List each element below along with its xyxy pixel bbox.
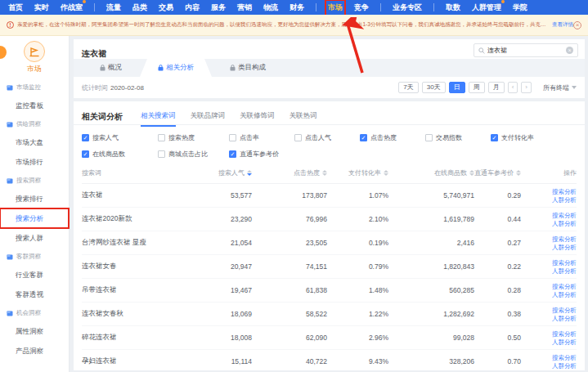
nav-item-service[interactable]: 服务 [211,2,226,13]
nav-item-data-extract[interactable]: 取数 [446,2,460,13]
keyword-cell: 孕妇连衣裙 [82,356,196,366]
table-row: 吊带连衣裙 19,467 61,838 1.48% 560,285 0.28 搜… [82,279,577,303]
search-analysis-link[interactable]: 搜索分析 [552,212,577,219]
nav-item-category[interactable]: 品类 [132,2,147,13]
crowd-analysis-link[interactable]: 人群分析 [552,267,577,275]
sidebar-group-crowd-insight[interactable]: 客群洞察 [0,248,69,265]
col-header-click-heat[interactable]: 点击热度 [252,168,327,177]
nav-item-competition[interactable]: 竞争 [354,2,369,13]
search-analysis-link[interactable]: 搜索分析 [552,235,577,243]
crowd-analysis-link[interactable]: 人群分析 [552,244,577,251]
col-header-ztc-price[interactable]: 直通车参考价 [474,168,521,177]
nav-item-marketing[interactable]: 营销 [237,2,252,13]
crowd-analysis-link[interactable]: 人群分析 [552,362,577,370]
sidebar-item-search-ranking[interactable]: 搜索排行 [0,189,69,208]
nav-item-finance[interactable]: 财务 [290,2,304,13]
clear-input-icon[interactable]: × [566,47,573,54]
nav-item-content[interactable]: 内容 [185,2,200,13]
folder-icon [7,121,13,128]
col-header-online-products[interactable]: 在线商品数 [388,168,474,177]
filter-click-heat[interactable]: ✓点击热度 [360,133,425,142]
lock-icon [230,65,236,71]
keyword-search-input[interactable] [487,47,566,54]
col-header-search-popularity[interactable]: 搜索人气 [196,168,252,177]
crowd-analysis-link[interactable]: 人群分析 [552,196,577,204]
sidebar-group-market-monitor[interactable]: 市场监控 [0,78,69,96]
tab-related-analysis[interactable]: 相关分析 [140,59,212,77]
search-analysis-link[interactable]: 搜索分析 [552,283,577,290]
ztc-price-cell: 0.70 [474,357,521,365]
nav-item-realtime[interactable]: 实时 [34,2,49,13]
search-analysis-link[interactable]: 搜索分析 [552,354,577,361]
nav-item-market[interactable]: 市场 [328,2,343,13]
sidebar-group-search-insight[interactable]: 搜索洞察 [0,172,69,189]
next-date-button[interactable]: › [521,82,532,93]
date-range-7d-button[interactable]: 7天 [398,82,418,93]
filter-online-products[interactable]: ✓在线商品数 [82,150,158,159]
search-analysis-link[interactable]: 搜索分析 [552,259,577,267]
nav-item-traffic[interactable]: 流量 [106,2,121,13]
crowd-analysis-link[interactable]: 人群分析 [552,338,577,346]
nav-item-business-zone[interactable]: 业务专区 [393,2,422,13]
date-range-week-button[interactable]: 周 [469,82,485,93]
sidebar-item-product-insight[interactable]: 产品洞察 [0,341,69,361]
table-row: 孕妇连衣裙 15,114 40,722 9.43% 328,206 0.70 搜… [82,350,577,372]
checkbox-icon: ✓ [360,134,367,141]
crowd-analysis-link[interactable]: 人群分析 [552,315,577,322]
filter-mall-click-ratio[interactable]: ✓商城点击占比 [158,150,229,159]
sidebar-item-market-overview[interactable]: 市场大盘 [0,132,69,152]
nav-item-war-room[interactable]: 作战室 [61,2,83,13]
table-row: 连衣裙女春 20,947 74,151 0.79% 1,820,843 0.22… [82,255,577,279]
table-row: 碎花连衣裙 18,008 62,090 2.96% 99,028 0.50 搜索… [82,326,577,350]
search-analysis-link[interactable]: 搜索分析 [552,307,577,314]
prev-date-button[interactable]: ‹ [508,82,518,93]
payment-conversion-cell: 1.07% [327,191,388,199]
main-content: 连衣裙 × 概况 相关分析 类目构成 统计时间2020-02-08 [70,36,588,372]
filter-payment-conversion[interactable]: ✓支付转化率 [491,133,577,142]
filter-ztc-reference-price[interactable]: ✓直通车参考价 [229,150,294,159]
payment-conversion-cell: 1.22% [327,310,388,318]
crowd-analysis-link[interactable]: 人群分析 [552,291,577,298]
tab-related-search-words[interactable]: 相关搜索词 [141,111,176,127]
nav-item-logistics[interactable]: 物流 [263,2,278,13]
filter-click-popularity[interactable]: ✓点击人气 [294,133,360,142]
tab-overview[interactable]: 概况 [82,59,140,77]
sidebar-item-search-crowd[interactable]: 搜索人群 [0,228,69,248]
tab-category-composition[interactable]: 类目构成 [212,59,284,77]
sidebar-item-monitor-board[interactable]: 监控看板 [0,96,69,115]
sidebar-item-market-ranking[interactable]: 市场排行 [0,152,69,172]
nav-item-crowd-management[interactable]: 人群管理 [472,2,501,13]
col-header-keyword[interactable]: 搜索词 [82,168,196,177]
nav-item-academy[interactable]: 学院 [513,2,527,13]
ztc-price-cell: 0.44 [474,215,521,223]
date-range-day-button[interactable]: 日 [449,82,465,93]
filter-click-rate[interactable]: ✓点击率 [229,133,294,142]
date-range-month-button[interactable]: 月 [488,82,505,93]
sidebar-item-industry-crowd[interactable]: 行业客群 [0,265,69,285]
search-analysis-link[interactable]: 搜索分析 [552,330,577,338]
sidebar-group-opportunity-insight[interactable]: 机会洞察 [0,304,69,321]
filter-search-popularity[interactable]: ✓搜索人气 [82,133,158,142]
notice-detail-link[interactable]: 查看详情 [552,21,573,29]
search-analysis-link[interactable]: 搜索分析 [552,188,577,195]
terminal-select[interactable]: 所有终端 [543,83,577,92]
sidebar-item-crowd-perspective[interactable]: 客群透视 [0,285,69,304]
date-range-30d-button[interactable]: 30天 [422,82,446,93]
filter-search-heat[interactable]: ✓搜索热度 [158,133,229,142]
nav-item-home[interactable]: 首页 [8,2,23,13]
online-products-cell: 1,820,843 [388,262,474,271]
tab-related-modifier-words[interactable]: 关联修饰词 [240,111,275,127]
crowd-analysis-link[interactable]: 人群分析 [552,220,577,227]
sidebar-item-attribute-insight[interactable]: 属性洞察 [0,321,69,341]
search-popularity-cell: 21,054 [196,239,252,247]
tab-related-hot-words[interactable]: 关联热词 [290,111,317,127]
tab-related-brand-words[interactable]: 关联品牌词 [191,111,226,127]
filter-transaction-index[interactable]: ✓交易指数 [425,133,491,142]
sidebar-item-search-analysis[interactable]: 搜索分析 [0,208,69,228]
notice-close-icon[interactable]: × [573,21,581,29]
payment-conversion-cell: 0.19% [327,239,388,247]
keyword-cell: 连衣裙 [82,190,196,200]
sidebar-group-supply-insight[interactable]: 供给洞察 [0,115,69,132]
nav-item-trade[interactable]: 交易 [159,2,173,13]
col-header-payment-conversion[interactable]: 支付转化率 [327,168,388,177]
